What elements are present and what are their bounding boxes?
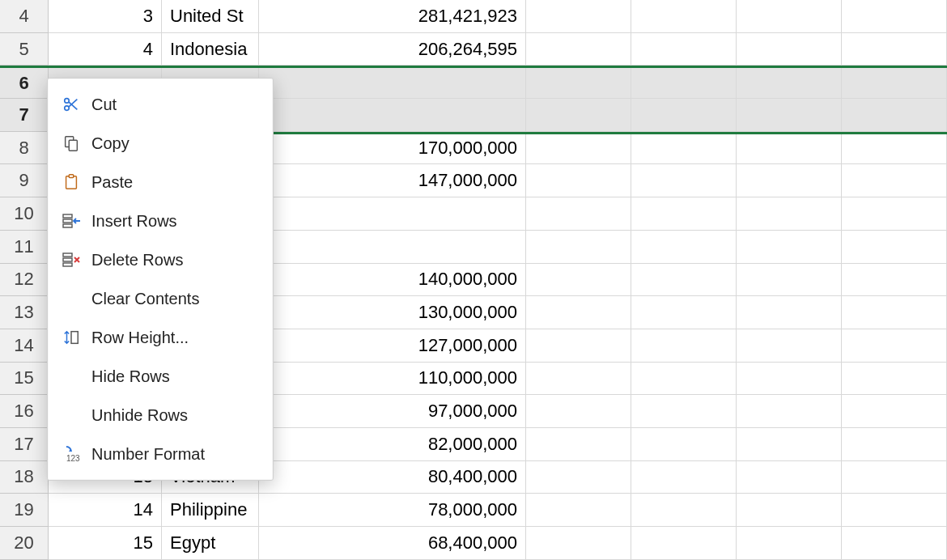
cell[interactable] (842, 197, 947, 231)
cell[interactable]: 15 (49, 527, 162, 560)
cell[interactable] (842, 231, 947, 264)
cell[interactable]: Philippine (162, 494, 259, 527)
row-header[interactable]: 15 (0, 363, 49, 396)
row-header[interactable]: 11 (0, 231, 49, 264)
cell[interactable] (631, 68, 737, 99)
cell[interactable] (526, 164, 631, 197)
cell[interactable]: 206,264,595 (259, 33, 526, 66)
cell[interactable] (526, 33, 631, 66)
row-header[interactable]: 10 (0, 197, 49, 231)
cell[interactable]: 80,400,000 (259, 461, 526, 494)
cell[interactable] (631, 264, 737, 297)
menu-row-height[interactable]: Row Height... (48, 318, 273, 357)
cell[interactable] (737, 363, 842, 396)
cell[interactable]: 4 (49, 33, 162, 66)
cell[interactable]: 147,000,000 (259, 164, 526, 197)
cell[interactable]: 127,000,000 (259, 329, 526, 363)
cell[interactable]: 14 (49, 494, 162, 527)
cell[interactable]: Egypt (162, 527, 259, 560)
cell[interactable] (842, 395, 947, 428)
grid-row[interactable]: 2015Egypt68,400,000 (0, 527, 947, 560)
row-header[interactable]: 16 (0, 395, 49, 428)
cell[interactable] (842, 0, 947, 33)
cell[interactable] (526, 264, 631, 297)
cell[interactable] (526, 99, 631, 132)
cell[interactable] (526, 494, 631, 527)
cell[interactable] (737, 329, 842, 363)
cell[interactable] (631, 494, 737, 527)
cell[interactable]: 82,000,000 (259, 428, 526, 461)
cell[interactable] (842, 527, 947, 560)
cell[interactable] (259, 99, 526, 132)
cell[interactable]: 130,000,000 (259, 296, 526, 329)
menu-paste[interactable]: Paste (48, 163, 273, 202)
cell[interactable] (631, 132, 737, 165)
cell[interactable] (526, 363, 631, 396)
row-header[interactable]: 12 (0, 264, 49, 297)
cell[interactable] (842, 33, 947, 66)
cell[interactable] (842, 164, 947, 197)
cell[interactable]: 140,000,000 (259, 264, 526, 297)
cell[interactable] (259, 197, 526, 231)
cell[interactable] (631, 197, 737, 231)
cell[interactable]: United St (162, 0, 259, 33)
cell[interactable] (737, 264, 842, 297)
cell[interactable] (526, 132, 631, 165)
cell[interactable] (737, 395, 842, 428)
cell[interactable] (526, 231, 631, 264)
cell[interactable]: 110,000,000 (259, 363, 526, 396)
cell[interactable] (737, 33, 842, 66)
row-header[interactable]: 8 (0, 132, 49, 165)
cell[interactable] (526, 395, 631, 428)
cell[interactable] (631, 329, 737, 363)
cell[interactable] (526, 329, 631, 363)
cell[interactable] (526, 527, 631, 560)
menu-copy[interactable]: Copy (48, 124, 273, 163)
cell[interactable] (737, 164, 842, 197)
cell[interactable] (631, 296, 737, 329)
cell[interactable] (737, 231, 842, 264)
cell[interactable] (842, 428, 947, 461)
cell[interactable] (737, 461, 842, 494)
cell[interactable] (737, 0, 842, 33)
menu-delete-rows[interactable]: Delete Rows (48, 240, 273, 279)
cell[interactable] (526, 0, 631, 33)
cell[interactable]: 97,000,000 (259, 395, 526, 428)
cell[interactable]: 78,000,000 (259, 494, 526, 527)
row-header[interactable]: 19 (0, 494, 49, 527)
cell[interactable] (631, 363, 737, 396)
cell[interactable]: 68,400,000 (259, 527, 526, 560)
row-header[interactable]: 7 (0, 99, 49, 132)
cell[interactable] (842, 296, 947, 329)
cell[interactable] (737, 494, 842, 527)
row-header[interactable]: 4 (0, 0, 49, 33)
grid-row[interactable]: 1914Philippine78,000,000 (0, 494, 947, 527)
cell[interactable] (737, 99, 842, 132)
cell[interactable] (631, 428, 737, 461)
row-header[interactable]: 6 (0, 68, 49, 99)
cell[interactable] (842, 264, 947, 297)
cell[interactable] (842, 132, 947, 165)
row-header[interactable]: 5 (0, 33, 49, 66)
cell[interactable]: 3 (49, 0, 162, 33)
cell[interactable] (631, 527, 737, 560)
cell[interactable] (842, 363, 947, 396)
grid-row[interactable]: 43United St281,421,923 (0, 0, 947, 33)
row-header[interactable]: 18 (0, 461, 49, 494)
grid-row[interactable]: 54Indonesia206,264,595 (0, 33, 947, 66)
cell[interactable] (631, 0, 737, 33)
cell[interactable] (737, 68, 842, 99)
row-header[interactable]: 14 (0, 329, 49, 363)
cell[interactable] (737, 197, 842, 231)
cell[interactable]: 170,000,000 (259, 132, 526, 165)
row-header[interactable]: 13 (0, 296, 49, 329)
cell[interactable] (737, 296, 842, 329)
cell[interactable] (526, 68, 631, 99)
cell[interactable]: 281,421,923 (259, 0, 526, 33)
cell[interactable] (842, 329, 947, 363)
cell[interactable] (737, 527, 842, 560)
row-header[interactable]: 17 (0, 428, 49, 461)
cell[interactable] (526, 197, 631, 231)
cell[interactable] (737, 132, 842, 165)
cell[interactable] (737, 428, 842, 461)
